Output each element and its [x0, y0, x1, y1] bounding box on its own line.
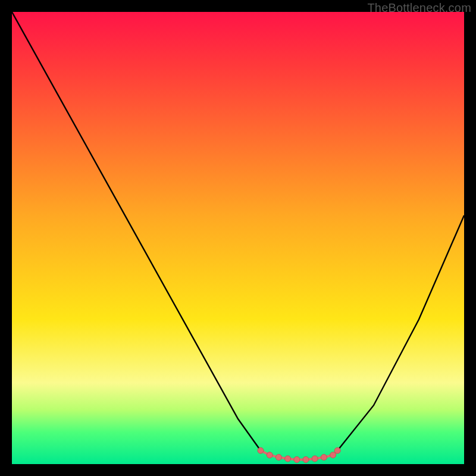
- valley-dots-group: [258, 447, 340, 462]
- valley-dot: [312, 456, 318, 462]
- watermark-text: TheBottleneck.com: [367, 1, 471, 15]
- plot-area: [12, 12, 464, 464]
- valley-dot: [321, 455, 327, 461]
- valley-dot: [275, 455, 281, 461]
- valley-dot: [330, 452, 336, 458]
- valley-dot: [303, 456, 309, 462]
- curve-right-arm: [337, 215, 464, 450]
- valley-dot: [258, 447, 264, 453]
- curve-left-arm: [12, 12, 261, 450]
- valley-dot: [267, 452, 273, 458]
- valley-dot: [334, 447, 340, 453]
- valley-dot: [285, 456, 291, 462]
- curve-layer: [12, 12, 464, 464]
- valley-dot: [294, 456, 300, 462]
- chart-stage: TheBottleneck.com: [0, 0, 476, 476]
